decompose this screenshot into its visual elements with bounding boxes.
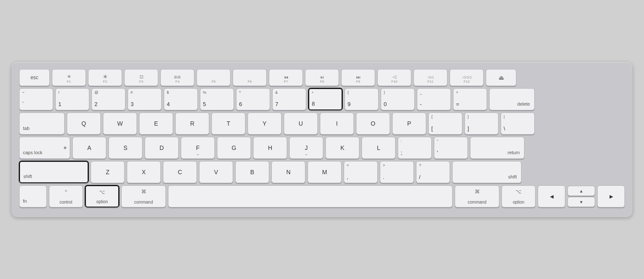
key-f10[interactable]: ◁ F10 — [377, 69, 411, 86]
key-l[interactable]: L — [362, 137, 396, 159]
zxcv-row: shift Z X C V B N M < , > . — [19, 161, 625, 183]
key-backslash[interactable]: | \ — [501, 112, 535, 135]
asdf-row: caps lock A S D F G H J K L — [19, 137, 625, 159]
key-f2[interactable]: ☀ F2 — [88, 69, 122, 86]
key-minus[interactable]: _ - — [417, 88, 451, 110]
key-f8[interactable]: ⏯ F8 — [305, 69, 339, 86]
caps-lock-indicator — [64, 147, 66, 149]
bottom-row: fn ^ control ⌥ option ⌘ command ⌘ comman… — [19, 185, 625, 207]
key-return[interactable]: return — [470, 137, 524, 159]
key-i[interactable]: I — [320, 112, 354, 135]
key-g[interactable]: G — [217, 137, 251, 159]
key-f11[interactable]: ◁◁ F11 — [413, 69, 447, 86]
key-space[interactable] — [168, 185, 453, 207]
key-n[interactable]: N — [271, 161, 305, 183]
key-f5[interactable]: F5 — [197, 69, 231, 86]
key-shift-right[interactable]: shift — [452, 161, 521, 183]
key-delete[interactable]: delete — [489, 88, 535, 110]
key-f4[interactable]: ⊞⊞ F4 — [160, 69, 194, 86]
key-command-left[interactable]: ⌘ command — [121, 185, 166, 207]
key-f[interactable]: F — [181, 137, 215, 159]
key-v[interactable]: V — [199, 161, 233, 183]
key-option-left[interactable]: ⌥ option — [85, 185, 119, 207]
key-m[interactable]: M — [308, 161, 342, 183]
key-k[interactable]: K — [325, 137, 359, 159]
key-z[interactable]: Z — [91, 161, 125, 183]
key-f7[interactable]: ⏮ F7 — [269, 69, 303, 86]
key-7[interactable]: & 7 — [272, 88, 306, 110]
key-j[interactable]: J — [289, 137, 323, 159]
key-y[interactable]: Y — [248, 112, 282, 135]
key-lbracket[interactable]: { [ — [428, 112, 462, 135]
key-3[interactable]: # 3 — [128, 88, 162, 110]
key-f6[interactable]: F6 — [233, 69, 267, 86]
keyboard: esc ☀ F1 ☀ F2 ⊡ F3 ⊞⊞ F4 F5 F6 ⏮ F7 ⏯ — [11, 62, 633, 217]
fn-row: esc ☀ F1 ☀ F2 ⊡ F3 ⊞⊞ F4 F5 F6 ⏮ F7 ⏯ — [19, 69, 625, 86]
key-shift-left[interactable]: shift — [19, 161, 88, 183]
arrow-up-down-container: ▲ ▼ — [567, 186, 595, 207]
key-f3[interactable]: ⊡ F3 — [124, 69, 158, 86]
key-0[interactable]: ) 0 — [381, 88, 415, 110]
key-c[interactable]: C — [163, 161, 197, 183]
key-4[interactable]: $ 4 — [164, 88, 198, 110]
key-1[interactable]: ! 1 — [55, 88, 89, 110]
key-option-right[interactable]: ⌥ option — [502, 185, 536, 207]
key-b[interactable]: B — [235, 161, 269, 183]
key-equals[interactable]: + = — [453, 88, 487, 110]
key-f1[interactable]: ☀ F1 — [52, 69, 86, 86]
key-arrow-up[interactable]: ▲ — [567, 186, 595, 196]
key-fn[interactable]: fn — [19, 185, 47, 207]
key-quote[interactable]: " ' — [434, 137, 468, 159]
key-control[interactable]: ^ control — [49, 185, 83, 207]
key-a[interactable]: A — [72, 137, 106, 159]
key-e[interactable]: E — [139, 112, 173, 135]
key-slash[interactable]: ? / — [416, 161, 450, 183]
key-h[interactable]: H — [253, 137, 287, 159]
key-o[interactable]: O — [356, 112, 390, 135]
key-eject[interactable]: ⏏ — [486, 69, 516, 86]
key-9[interactable]: ( 9 — [345, 88, 379, 110]
key-w[interactable]: W — [103, 112, 137, 135]
key-esc[interactable]: esc — [19, 69, 50, 86]
key-caps-lock[interactable]: caps lock — [19, 137, 70, 159]
key-p[interactable]: P — [392, 112, 426, 135]
key-2[interactable]: @ 2 — [91, 88, 125, 110]
key-6[interactable]: ^ 6 — [236, 88, 270, 110]
key-tab[interactable]: tab — [19, 112, 65, 135]
key-q[interactable]: Q — [67, 112, 101, 135]
key-t[interactable]: T — [211, 112, 245, 135]
key-command-right[interactable]: ⌘ command — [455, 185, 499, 207]
key-d[interactable]: D — [145, 137, 179, 159]
key-x[interactable]: X — [127, 161, 161, 183]
key-s[interactable]: S — [108, 137, 142, 159]
key-5[interactable]: % 5 — [200, 88, 234, 110]
key-8[interactable]: * 8 — [308, 88, 342, 110]
qwerty-row: tab Q W E R T Y U I O P — [19, 112, 625, 135]
key-f12[interactable]: ◁◁◁ F12 — [450, 69, 484, 86]
key-arrow-right[interactable]: ▶ — [597, 185, 625, 207]
key-u[interactable]: U — [284, 112, 318, 135]
key-arrow-left[interactable]: ◀ — [538, 185, 565, 207]
key-period[interactable]: > . — [380, 161, 414, 183]
key-rbracket[interactable]: } ] — [464, 112, 499, 135]
number-row: ~ ` ! 1 @ 2 # 3 $ 4 % 5 ^ 6 & 7 — [19, 88, 625, 110]
key-tilde[interactable]: ~ ` — [19, 88, 53, 110]
key-r[interactable]: R — [175, 112, 209, 135]
key-comma[interactable]: < , — [344, 161, 378, 183]
key-f9[interactable]: ⏭ F9 — [341, 69, 375, 86]
key-semicolon[interactable]: : ; — [398, 137, 432, 159]
key-arrow-down[interactable]: ▼ — [567, 197, 595, 207]
